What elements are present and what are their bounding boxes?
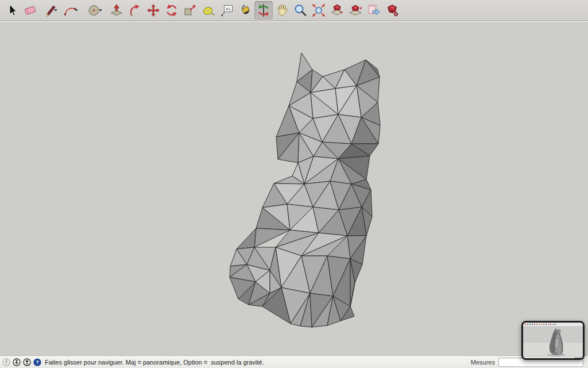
pan-tool-button[interactable] — [273, 1, 291, 20]
thumbnail-toolbar-dot — [529, 324, 531, 325]
zoom-magnifier-icon — [293, 3, 308, 18]
push-pull-tool-button[interactable] — [107, 1, 126, 20]
select-tool-button[interactable] — [3, 1, 21, 20]
move-icon — [146, 3, 161, 18]
thumbnail-toolbar-dot — [536, 324, 537, 325]
thumbnail-toolbar-dot — [534, 324, 535, 325]
text-tool-glyph: A1 — [226, 6, 231, 12]
push-pull-icon — [109, 3, 124, 18]
thumbnail-toolbar-dot — [539, 324, 540, 325]
extension-warehouse-icon — [385, 3, 400, 18]
arc-tool-dropdown-caret[interactable] — [75, 9, 78, 12]
main-toolbar: A1 — [0, 0, 588, 21]
thumbnail-toolbar-dot — [546, 324, 547, 325]
get-models-tool-button[interactable] — [328, 1, 346, 20]
status-bar: ? Faites glisser pour naviguer. Maj = pa… — [0, 355, 588, 368]
zoom-extents-tool-button[interactable] — [310, 1, 328, 20]
rotate-tool-button[interactable] — [163, 1, 181, 20]
status-hint-text: Faites glisser pour naviguer. Maj = pano… — [45, 359, 264, 366]
pan-hand-icon — [274, 3, 289, 18]
eraser-tool-button[interactable] — [21, 1, 40, 20]
zoom-extents-icon — [311, 3, 326, 18]
thumbnail-toolbar-dot — [541, 324, 542, 325]
send-to-layout-tool-button[interactable] — [365, 1, 383, 20]
scale-icon — [183, 3, 198, 18]
thumbnail-mini-canvas — [523, 326, 583, 356]
line-tool-dropdown-caret[interactable] — [54, 9, 57, 12]
tape-measure-icon — [201, 3, 216, 18]
follow-me-icon — [127, 3, 142, 18]
eraser-icon — [23, 3, 38, 18]
model-face[interactable] — [237, 228, 256, 249]
orbit-icon — [256, 3, 271, 18]
thumbnail-toolbar-dot — [532, 324, 533, 325]
thumbnail-toolbar-dot — [550, 324, 551, 325]
thumbnail-toolbar-dot — [525, 324, 526, 325]
thumbnail-statusbar-dots — [524, 359, 530, 360]
thumbnail-toolbar-dot — [543, 324, 544, 325]
tape-measure-tool-button[interactable] — [199, 1, 218, 20]
paint-bucket-tool-button[interactable] — [236, 1, 254, 20]
thumbnail-toolbar-dot — [552, 324, 554, 325]
thumbnail-toolbar-dot — [548, 324, 549, 325]
thumbnail-button-glyph — [577, 359, 579, 361]
thumbnail-cat-model — [523, 326, 583, 356]
text-tool-button[interactable]: A1 — [218, 1, 236, 20]
screen-preview-thumbnail[interactable] — [521, 321, 585, 360]
text-label-icon: A1 — [219, 3, 234, 18]
status-bar-icons: ? — [0, 358, 45, 366]
thumbnail-toolbar-dot — [555, 324, 556, 325]
warehouse-share-model-icon — [348, 3, 363, 18]
scale-tool-button[interactable] — [181, 1, 199, 20]
geolocation-icon[interactable] — [2, 358, 10, 366]
3d-viewport[interactable] — [0, 22, 588, 355]
thumbnail-measurements-box[interactable] — [574, 358, 582, 361]
credits-icon[interactable] — [13, 358, 21, 366]
account-icon[interactable] — [23, 358, 31, 366]
warehouse-get-models-icon — [330, 3, 345, 18]
orbit-tool-button[interactable] — [254, 1, 273, 20]
zoom-tool-button[interactable] — [291, 1, 310, 20]
help-glyph: ? — [36, 359, 38, 365]
rotate-icon — [164, 3, 179, 18]
paint-bucket-icon — [238, 3, 253, 18]
send-to-layout-icon — [366, 3, 381, 18]
shapes-tool-dropdown-caret[interactable] — [99, 9, 102, 12]
follow-me-tool-button[interactable] — [126, 1, 144, 20]
model-mesh — [0, 22, 588, 355]
move-tool-button[interactable] — [144, 1, 163, 20]
measurements-label: Mesures — [471, 359, 495, 366]
thumbnail-toolbar-dot — [527, 324, 528, 325]
extension-warehouse-tool-button[interactable] — [383, 1, 401, 20]
help-icon[interactable]: ? — [33, 358, 41, 366]
thumbnail-mini-statusbar — [523, 356, 583, 360]
share-model-tool-button[interactable] — [346, 1, 365, 20]
select-arrow-icon — [5, 3, 20, 18]
